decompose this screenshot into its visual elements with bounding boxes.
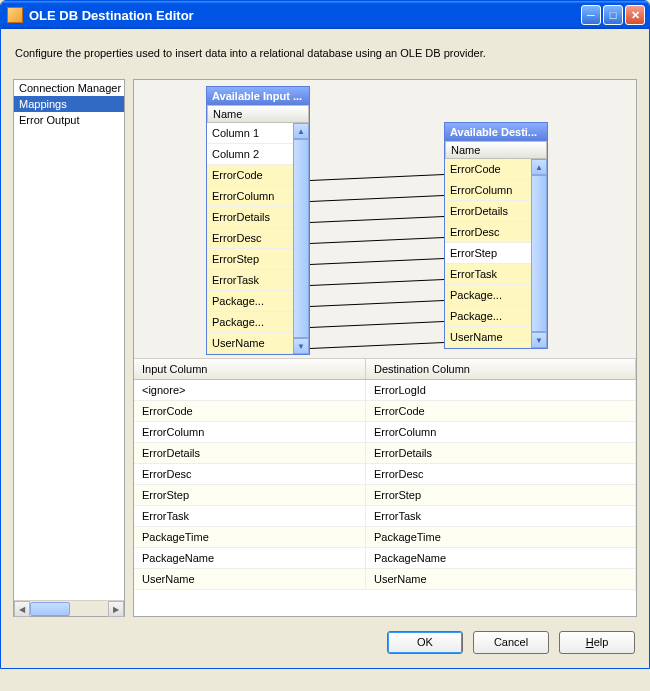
list-item[interactable]: ErrorStep	[445, 243, 531, 264]
input-column-cell[interactable]: UserName	[134, 569, 366, 589]
list-item[interactable]: ErrorCode	[445, 159, 531, 180]
destination-column-cell[interactable]: ErrorColumn	[366, 422, 636, 442]
list-item[interactable]: ErrorTask	[207, 270, 293, 291]
svg-line-8	[310, 343, 444, 349]
table-row[interactable]: PackageTimePackageTime	[134, 527, 636, 548]
list-item[interactable]: ErrorDesc	[207, 228, 293, 249]
input-column-cell[interactable]: PackageName	[134, 548, 366, 568]
table-row[interactable]: ErrorTaskErrorTask	[134, 506, 636, 527]
help-button[interactable]: Help	[559, 631, 635, 654]
scroll-left-icon[interactable]: ◀	[14, 601, 30, 617]
destination-column-cell[interactable]: PackageTime	[366, 527, 636, 547]
input-column-cell[interactable]: ErrorColumn	[134, 422, 366, 442]
window: OLE DB Destination Editor ─ □ ✕ Configur…	[0, 0, 650, 669]
input-column-cell[interactable]: ErrorDetails	[134, 443, 366, 463]
table-row[interactable]: UserNameUserName	[134, 569, 636, 590]
list-item[interactable]: Package...	[445, 306, 531, 327]
scroll-down-icon[interactable]: ▼	[293, 338, 309, 354]
svg-line-3	[310, 238, 444, 244]
scroll-thumb[interactable]	[293, 139, 309, 338]
list-item[interactable]: ErrorStep	[207, 249, 293, 270]
input-scrollbar[interactable]: ▲ ▼	[293, 123, 309, 354]
list-item[interactable]: Package...	[445, 285, 531, 306]
cancel-button[interactable]: Cancel	[473, 631, 549, 654]
destination-column-cell[interactable]: ErrorLogId	[366, 380, 636, 400]
svg-line-7	[310, 322, 444, 328]
destination-column-cell[interactable]: ErrorTask	[366, 506, 636, 526]
table-row[interactable]: ErrorStepErrorStep	[134, 485, 636, 506]
side-horizontal-scrollbar[interactable]: ◀ ▶	[14, 600, 124, 616]
scroll-thumb[interactable]	[30, 602, 70, 616]
mapping-grid[interactable]: Input Column Destination Column <ignore>…	[134, 358, 636, 616]
destination-column-cell[interactable]: ErrorCode	[366, 401, 636, 421]
destination-column-cell[interactable]: PackageName	[366, 548, 636, 568]
mapping-canvas[interactable]: Available Input ... Name Column 1Column …	[134, 80, 636, 358]
table-row[interactable]: <ignore>ErrorLogId	[134, 380, 636, 401]
list-item[interactable]: ErrorColumn	[207, 186, 293, 207]
available-input-columns-list[interactable]: Available Input ... Name Column 1Column …	[206, 86, 310, 355]
destination-column-cell[interactable]: ErrorStep	[366, 485, 636, 505]
scroll-up-icon[interactable]: ▲	[293, 123, 309, 139]
input-column-cell[interactable]: PackageTime	[134, 527, 366, 547]
list-item[interactable]: ErrorTask	[445, 264, 531, 285]
table-row[interactable]: ErrorDescErrorDesc	[134, 464, 636, 485]
destination-column-cell[interactable]: ErrorDetails	[366, 443, 636, 463]
table-row[interactable]: ErrorColumnErrorColumn	[134, 422, 636, 443]
scroll-right-icon[interactable]: ▶	[108, 601, 124, 617]
scroll-down-icon[interactable]: ▼	[531, 332, 547, 348]
list-item[interactable]: ErrorDesc	[445, 222, 531, 243]
input-column-cell[interactable]: ErrorStep	[134, 485, 366, 505]
dest-scrollbar[interactable]: ▲ ▼	[531, 159, 547, 348]
list-item[interactable]: Column 1	[207, 123, 293, 144]
list-item[interactable]: Package...	[207, 312, 293, 333]
sidebar-item[interactable]: Error Output	[14, 112, 124, 128]
sidebar-item[interactable]: Connection Manager	[14, 80, 124, 96]
maximize-button[interactable]: □	[603, 5, 623, 25]
list-item[interactable]: UserName	[207, 333, 293, 354]
list-item[interactable]: Package...	[207, 291, 293, 312]
list-item[interactable]: ErrorDetails	[445, 201, 531, 222]
table-row[interactable]: PackageNamePackageName	[134, 548, 636, 569]
app-icon	[7, 7, 23, 23]
main-panel: Available Input ... Name Column 1Column …	[133, 79, 637, 617]
input-column-cell[interactable]: <ignore>	[134, 380, 366, 400]
dialog-description: Configure the properties used to insert …	[15, 47, 635, 59]
minimize-button[interactable]: ─	[581, 5, 601, 25]
svg-line-2	[310, 217, 444, 223]
dest-list-title: Available Desti...	[445, 123, 547, 141]
ok-button[interactable]: OK	[387, 631, 463, 654]
scroll-up-icon[interactable]: ▲	[531, 159, 547, 175]
grid-header-dest[interactable]: Destination Column	[366, 359, 636, 379]
input-column-cell[interactable]: ErrorCode	[134, 401, 366, 421]
list-item[interactable]: UserName	[445, 327, 531, 348]
dest-list-header[interactable]: Name	[445, 141, 547, 159]
table-row[interactable]: ErrorCodeErrorCode	[134, 401, 636, 422]
svg-line-0	[310, 175, 444, 181]
svg-line-1	[310, 196, 444, 202]
page-navigator[interactable]: Connection ManagerMappingsError Output ◀…	[13, 79, 125, 617]
list-item[interactable]: Column 2	[207, 144, 293, 165]
grid-header-input[interactable]: Input Column	[134, 359, 366, 379]
table-row[interactable]: ErrorDetailsErrorDetails	[134, 443, 636, 464]
list-item[interactable]: ErrorDetails	[207, 207, 293, 228]
sidebar-item[interactable]: Mappings	[14, 96, 124, 112]
list-item[interactable]: ErrorCode	[207, 165, 293, 186]
svg-line-4	[310, 259, 444, 265]
input-column-cell[interactable]: ErrorTask	[134, 506, 366, 526]
destination-column-cell[interactable]: ErrorDesc	[366, 464, 636, 484]
titlebar[interactable]: OLE DB Destination Editor ─ □ ✕	[1, 1, 649, 29]
input-list-title: Available Input ...	[207, 87, 309, 105]
help-button-underline: H	[586, 636, 594, 648]
scroll-thumb[interactable]	[531, 175, 547, 332]
input-list-header[interactable]: Name	[207, 105, 309, 123]
window-title: OLE DB Destination Editor	[29, 8, 581, 23]
svg-line-6	[310, 301, 444, 307]
input-column-cell[interactable]: ErrorDesc	[134, 464, 366, 484]
close-button[interactable]: ✕	[625, 5, 645, 25]
available-destination-columns-list[interactable]: Available Desti... Name ErrorCodeErrorCo…	[444, 122, 548, 349]
list-item[interactable]: ErrorColumn	[445, 180, 531, 201]
svg-line-5	[310, 280, 444, 286]
destination-column-cell[interactable]: UserName	[366, 569, 636, 589]
